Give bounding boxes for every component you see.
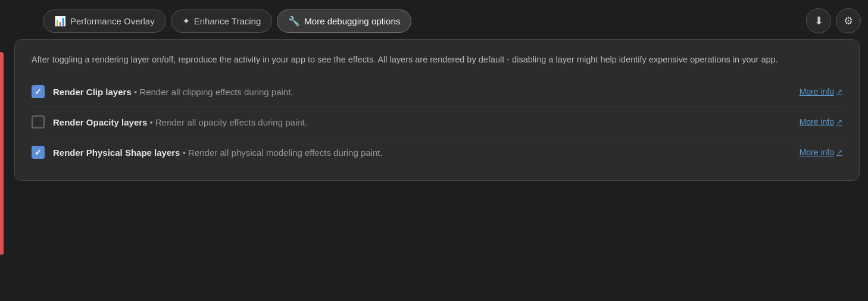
layer-clip-desc: • Render all clipping effects during pai…: [134, 87, 294, 97]
layer-clip-text: Render Clip layers • Render all clipping…: [53, 87, 790, 97]
more-info-physical-label: More info: [800, 148, 834, 157]
enhance-tracing-button[interactable]: ✦ Enhance Tracing: [171, 10, 273, 33]
performance-overlay-label: Performance Overlay: [70, 16, 155, 26]
performance-overlay-button[interactable]: 📊 Performance Overlay: [43, 10, 166, 33]
wrench-icon: 🔧: [288, 15, 300, 27]
layer-clip-name: Render Clip layers: [53, 87, 132, 97]
external-link-icon-opacity: ↗: [836, 118, 842, 126]
checkbox-physical[interactable]: [32, 146, 45, 159]
enhance-tracing-label: Enhance Tracing: [194, 16, 261, 26]
red-accent-bar: [0, 52, 4, 255]
download-icon: ⬇: [814, 14, 823, 27]
layer-physical-name: Render Physical Shape layers: [53, 148, 180, 158]
more-debugging-label: More debugging options: [304, 16, 400, 26]
more-info-physical[interactable]: More info ↗: [800, 148, 842, 157]
layer-opacity-text: Render Opacity layers • Render all opaci…: [53, 117, 790, 127]
external-link-icon-physical: ↗: [836, 148, 842, 156]
gear-icon: ⚙: [844, 14, 853, 27]
more-info-opacity-label: More info: [800, 117, 834, 127]
settings-button[interactable]: ⚙: [836, 8, 861, 33]
more-debugging-button[interactable]: 🔧 More debugging options: [277, 10, 411, 33]
debugging-panel: After toggling a rendering layer on/off,…: [14, 39, 860, 181]
checkbox-opacity[interactable]: [32, 115, 45, 128]
chart-icon: 📊: [54, 15, 66, 27]
toolbar: 📊 Performance Overlay ✦ Enhance Tracing …: [7, 5, 861, 39]
layer-opacity-desc: • Render all opacity effects during pain…: [150, 117, 307, 127]
layer-opacity-name: Render Opacity layers: [53, 117, 147, 127]
layer-physical-desc: • Render all physical modeling effects d…: [183, 148, 383, 158]
more-info-clip-label: More info: [800, 87, 834, 96]
more-info-opacity[interactable]: More info ↗: [800, 117, 842, 127]
external-link-icon-clip: ↗: [836, 87, 842, 96]
layer-row-clip: Render Clip layers • Render all clipping…: [32, 77, 842, 106]
layer-row-opacity: Render Opacity layers • Render all opaci…: [32, 106, 842, 137]
sparkle-icon: ✦: [182, 15, 190, 27]
layer-row-physical: Render Physical Shape layers • Render al…: [32, 137, 842, 167]
more-info-clip[interactable]: More info ↗: [800, 87, 842, 96]
layer-physical-text: Render Physical Shape layers • Render al…: [53, 148, 790, 158]
download-button[interactable]: ⬇: [806, 8, 831, 33]
checkbox-clip[interactable]: [32, 85, 45, 98]
panel-description: After toggling a rendering layer on/off,…: [32, 53, 842, 66]
